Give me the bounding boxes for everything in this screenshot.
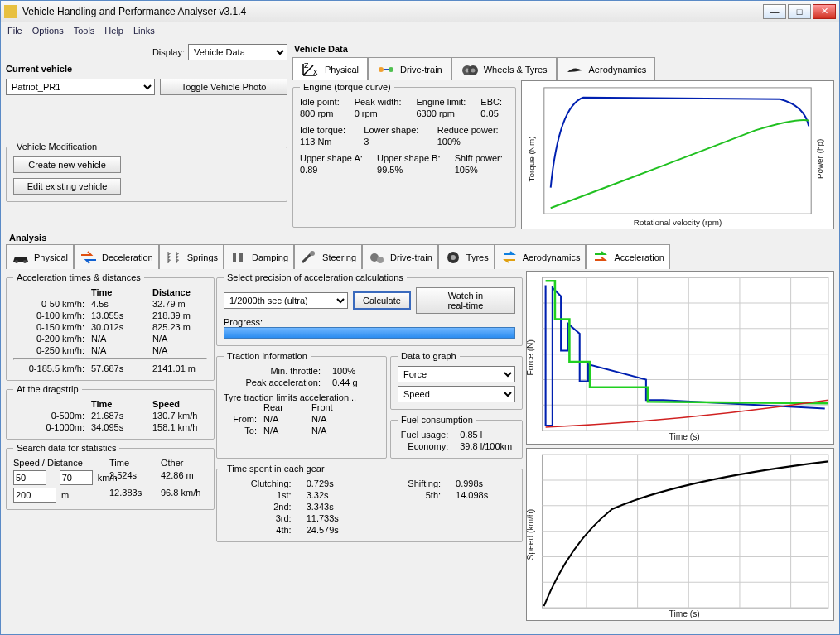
springs-icon (165, 250, 183, 265)
search-speed-to-input[interactable] (60, 470, 93, 485)
traction-group: Traction information Min. throttle:100% … (216, 351, 387, 459)
svg-text:Power (hp): Power (hp) (815, 139, 824, 179)
menu-links[interactable]: Links (133, 26, 155, 36)
svg-text:Rotational velocity (rpm): Rotational velocity (rpm) (634, 218, 722, 227)
svg-text:Force (N): Force (N) (527, 339, 535, 375)
svg-text:x: x (313, 66, 318, 76)
titlebar: Vehicle Handling and Performance Analyse… (1, 1, 839, 22)
engine-group: Engine (torque curve) Idle point: Peak w… (292, 82, 516, 228)
svg-text:z: z (304, 62, 309, 70)
maximize-button[interactable]: □ (788, 4, 811, 19)
atab-tyres[interactable]: Tyres (438, 244, 495, 269)
precision-select[interactable]: 1/2000th sec (ultra) (224, 292, 348, 309)
search-speed-from-input[interactable] (13, 470, 46, 485)
create-vehicle-button[interactable]: Create new vehicle (13, 156, 121, 173)
svg-text:Torque (Nm): Torque (Nm) (527, 137, 536, 182)
data-to-graph-group: Data to graph Force Speed (390, 351, 523, 410)
window-title: Vehicle Handling and Performance Analyse… (22, 6, 763, 17)
analysis-tabs: Physical Deceleration Springs Damping St… (6, 244, 834, 269)
damping-icon (229, 250, 248, 265)
svg-point-21 (451, 255, 456, 260)
atab-damping[interactable]: Damping (224, 244, 294, 269)
minimize-button[interactable]: — (763, 4, 786, 19)
svg-rect-15 (233, 253, 236, 262)
atab-physical[interactable]: Physical (6, 244, 74, 269)
tab-wheels-tyres[interactable]: Wheels & Tyres (451, 57, 557, 80)
graph-select-b[interactable]: Speed (398, 386, 515, 402)
accel-times-group: Acceleration times & distances TimeDista… (6, 272, 215, 381)
aero-icon (566, 62, 584, 77)
app-icon (4, 5, 17, 18)
svg-point-3 (389, 67, 393, 72)
display-select[interactable]: Vehicle Data (188, 44, 287, 60)
atab-deceleration[interactable]: Deceleration (74, 244, 159, 269)
gears-group: Time spent in each gear Clutching:0.729s… (216, 464, 523, 542)
progress-bar (224, 327, 515, 339)
analysis-header: Analysis (6, 231, 834, 243)
menu-tools[interactable]: Tools (74, 26, 95, 36)
toggle-photo-button[interactable]: Toggle Vehicle Photo (160, 79, 287, 95)
menu-help[interactable]: Help (104, 26, 123, 36)
menu-file[interactable]: File (7, 26, 22, 36)
svg-point-8 (471, 68, 475, 72)
arrows-icon (500, 250, 519, 265)
vehicle-modification-legend: Vehicle Modification (13, 142, 100, 152)
vehicle-data-tabs: zx Physical Drive-train Wheels & Tyres A… (292, 57, 834, 80)
fuel-group: Fuel consumption Fuel usage:0.85 l Econo… (390, 415, 523, 459)
watch-realtime-button[interactable]: Watch in real-time (416, 287, 515, 314)
tyre-icon (444, 250, 462, 265)
engine-legend: Engine (torque curve) (300, 82, 394, 92)
vehicle-modification-group: Vehicle Modification Create new vehicle … (6, 142, 287, 202)
tab-aerodynamics[interactable]: Aerodynamics (557, 57, 656, 80)
tab-physical[interactable]: zx Physical (292, 57, 368, 80)
atab-drive-train[interactable]: Drive-train (362, 244, 438, 269)
accel-icon (591, 250, 610, 265)
tab-drive-train[interactable]: Drive-train (368, 57, 451, 80)
svg-point-13 (15, 260, 18, 263)
decel-icon (80, 250, 98, 265)
svg-text:Time (s): Time (s) (669, 609, 700, 618)
axes-icon: zx (302, 62, 320, 77)
atab-aerodynamics[interactable]: Aerodynamics (495, 244, 587, 269)
svg-point-2 (379, 67, 384, 72)
force-time-chart: Force (N) Time (s) (526, 271, 834, 445)
dragstrip-group: At the dragstrip TimeSpeed 0-500m:21.687… (6, 384, 215, 440)
search-stats-group: Search data for statistics Speed / Dista… (6, 443, 215, 510)
calculate-button[interactable]: Calculate (353, 291, 411, 310)
vehicle-data-header: Vehicle Data (292, 42, 834, 57)
close-button[interactable]: ✕ (813, 4, 836, 19)
atab-steering[interactable]: Steering (294, 244, 362, 269)
current-vehicle-label: Current vehicle (6, 64, 72, 74)
edit-vehicle-button[interactable]: Edit existing vehicle (13, 178, 121, 195)
svg-text:Time (s): Time (s) (669, 432, 700, 441)
svg-point-17 (310, 251, 315, 256)
car-icon (12, 250, 30, 265)
steering-icon (300, 250, 318, 265)
atab-springs[interactable]: Springs (159, 244, 224, 269)
menu-options[interactable]: Options (32, 26, 64, 36)
svg-rect-16 (239, 253, 243, 262)
tyres-icon (461, 62, 479, 77)
torque-power-chart: Torque (Nm) Power (hp) Rotational veloci… (521, 80, 834, 229)
speed-time-chart: Speed (km/h) Time (s) (526, 448, 834, 622)
svg-point-19 (377, 257, 384, 263)
app-window: Vehicle Handling and Performance Analyse… (0, 0, 840, 635)
display-label: Display: (152, 47, 185, 57)
graph-select-a[interactable]: Force (398, 366, 515, 382)
svg-point-14 (23, 260, 27, 263)
menubar: File Options Tools Help Links (1, 22, 839, 39)
current-vehicle-select[interactable]: Patriot_PR1 (6, 79, 155, 95)
svg-text:Speed (km/h): Speed (km/h) (527, 509, 535, 560)
precision-group: Select precision of acceleration calcula… (216, 272, 523, 346)
search-distance-input[interactable] (13, 488, 56, 503)
gears-icon (368, 250, 386, 265)
drivetrain-icon (377, 62, 395, 77)
atab-acceleration[interactable]: Acceleration (586, 244, 670, 269)
